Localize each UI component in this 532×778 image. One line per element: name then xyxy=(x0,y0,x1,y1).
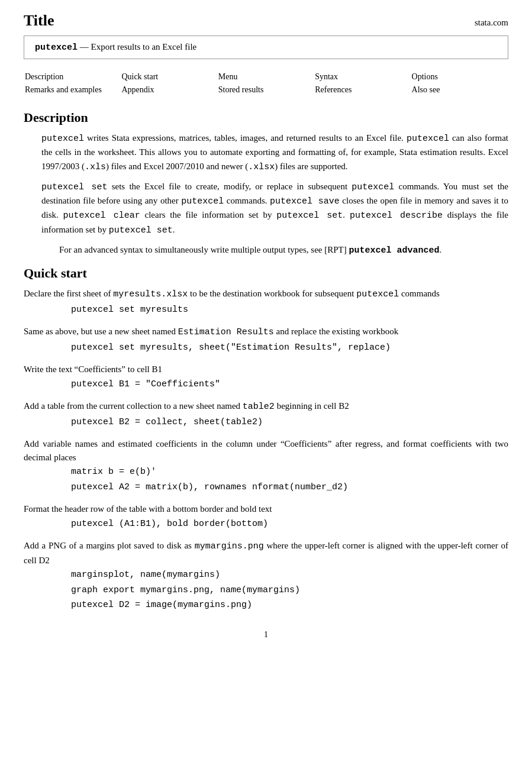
qs-item-3-code: putexcel B1 = "Coefficients" xyxy=(71,378,508,392)
description-heading: Description xyxy=(24,110,508,125)
quick-start-section: Quick start Declare the first sheet of m… xyxy=(24,266,508,612)
nav-options[interactable]: Options xyxy=(412,71,507,83)
page-footer: 1 xyxy=(24,630,508,640)
qs-item-4: Add a table from the current collection … xyxy=(24,399,508,429)
qs-item-7-code-2: graph export mymargins.png, name(mymargi… xyxy=(71,584,508,598)
qs-item-2: Same as above, but use a new sheet named… xyxy=(24,325,508,354)
qs-item-7: Add a PNG of a margins plot saved to dis… xyxy=(24,539,508,612)
qs-item-7-text: Add a PNG of a margins plot saved to dis… xyxy=(24,539,508,567)
qs-item-3: Write the text “Coefficients” to cell B1… xyxy=(24,363,508,391)
title-rest: — Export results to an Excel file xyxy=(78,42,196,51)
page-number: 1 xyxy=(264,630,268,639)
qs-item-4-text: Add a table from the current collection … xyxy=(24,399,508,414)
title-box: putexcel — Export results to an Excel fi… xyxy=(24,35,508,59)
qs-item-6-text: Format the header row of the table with … xyxy=(24,502,508,516)
nav-also-see[interactable]: Also see xyxy=(412,84,507,96)
qs-item-4-code: putexcel B2 = collect, sheet(table2) xyxy=(71,416,508,430)
nav-quick-start[interactable]: Quick start xyxy=(121,71,217,83)
nav-syntax[interactable]: Syntax xyxy=(315,71,410,83)
qs-item-2-code: putexcel set myresults, sheet("Estimatio… xyxy=(71,341,508,355)
qs-item-5: Add variable names and estimated coeffic… xyxy=(24,437,508,494)
quick-start-heading: Quick start xyxy=(24,266,508,281)
description-para-2: putexcel set sets the Excel file to crea… xyxy=(24,180,508,237)
qs-item-6-code: putexcel (A1:B1), bold border(bottom) xyxy=(71,518,508,531)
qs-item-5-text: Add variable names and estimated coeffic… xyxy=(24,437,508,464)
nav-table: Description Quick start Menu Syntax Opti… xyxy=(24,70,508,97)
description-para-3: For an advanced syntax to simultaneously… xyxy=(24,243,508,257)
description-section: Description putexcel writes Stata expres… xyxy=(24,110,508,257)
nav-appendix[interactable]: Appendix xyxy=(121,84,217,96)
nav-stored-results[interactable]: Stored results xyxy=(218,84,314,96)
description-para-1: putexcel writes Stata expressions, matri… xyxy=(24,131,508,174)
qs-item-1: Declare the first sheet of myresults.xls… xyxy=(24,287,508,317)
page-title: Title xyxy=(24,12,54,30)
nav-description[interactable]: Description xyxy=(25,71,120,83)
qs-item-7-code-3: putexcel D2 = image(mymargins.png) xyxy=(71,599,508,612)
nav-menu[interactable]: Menu xyxy=(218,71,314,83)
qs-item-7-code-1: marginsplot, name(mymargins) xyxy=(71,569,508,582)
stata-brand: stata.com xyxy=(475,18,508,28)
nav-remarks[interactable]: Remarks and examples xyxy=(25,84,120,96)
qs-item-6: Format the header row of the table with … xyxy=(24,502,508,531)
nav-references[interactable]: References xyxy=(315,84,410,96)
title-cmd: putexcel xyxy=(35,43,78,53)
qs-item-2-text: Same as above, but use a new sheet named… xyxy=(24,325,508,340)
qs-item-3-text: Write the text “Coefficients” to cell B1 xyxy=(24,363,508,376)
qs-item-5-code-2: putexcel A2 = matrix(b), rownames nforma… xyxy=(71,481,508,495)
qs-item-5-code-1: matrix b = e(b)' xyxy=(71,466,508,479)
qs-item-1-code: putexcel set myresults xyxy=(71,304,508,317)
qs-item-1-text: Declare the first sheet of myresults.xls… xyxy=(24,287,508,302)
page-header: Title stata.com xyxy=(24,12,508,30)
